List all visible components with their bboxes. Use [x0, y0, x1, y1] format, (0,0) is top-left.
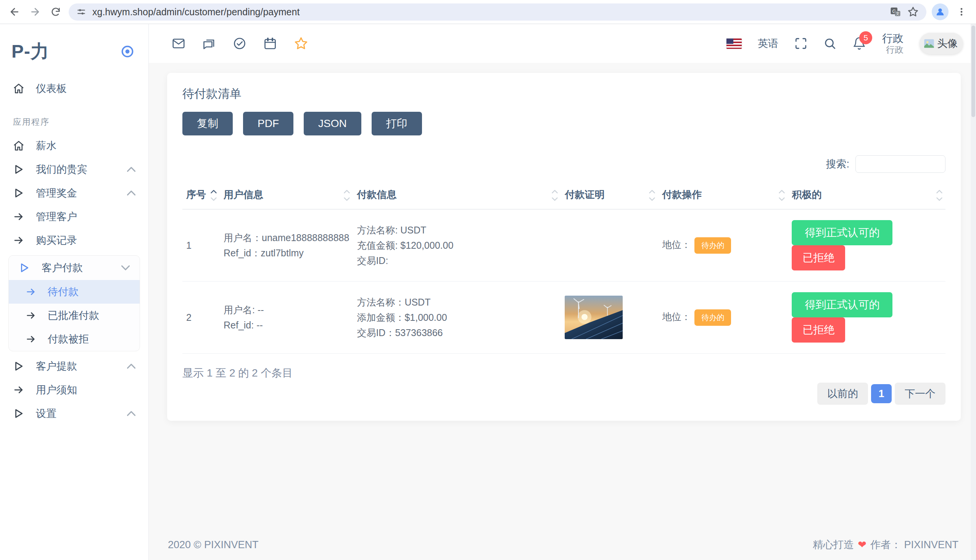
arrow-right-icon [13, 384, 24, 396]
sort-icons [779, 190, 785, 201]
arrow-right-icon [13, 211, 24, 222]
sort-icons [344, 190, 350, 201]
payment-info-cell: 方法名称：USDT 添加金额：$1,000.00 交易ID：537363866 [353, 282, 561, 353]
bookmark-star-icon[interactable] [907, 6, 919, 18]
arrow-right-icon [25, 287, 36, 297]
print-button[interactable]: 打印 [372, 112, 422, 135]
play-icon [13, 360, 24, 372]
notification-count-badge: 5 [859, 31, 872, 44]
chevron-up-icon [127, 167, 135, 172]
chevron-up-icon [127, 190, 135, 196]
home-icon [13, 83, 24, 94]
arrow-right-icon [25, 310, 36, 321]
check-circle-icon[interactable] [233, 37, 247, 50]
play-icon [19, 262, 30, 273]
brand-logo[interactable]: P-力 [12, 39, 49, 64]
avatar-alt-text: 头像 [937, 37, 958, 50]
sidebar-item-dashboard[interactable]: 仪表板 [0, 77, 148, 100]
chevron-up-icon [127, 411, 135, 416]
sidebar: P-力 仪表板 应用程序 薪水 我们的贵宾 [0, 24, 149, 560]
home-icon [13, 140, 24, 152]
site-info-icon[interactable] [76, 7, 86, 17]
address-bar[interactable]: xg.hwym.shop/admin/customer/pending/paym… [69, 3, 926, 21]
pdf-button[interactable]: PDF [243, 112, 294, 135]
next-page-button[interactable]: 下一个 [895, 383, 946, 405]
topbar: 英语 5 行政 行政 头像 [149, 24, 976, 63]
chevron-up-icon [127, 363, 135, 369]
sidebar-item-pending-payment[interactable]: 待付款 [9, 280, 140, 303]
column-header-payment-info[interactable]: 付款信息 [353, 180, 561, 210]
sidebar-group-customer-payment: 客户付款 待付款 已批准付款 付款被 [8, 255, 140, 351]
search-icon[interactable] [823, 37, 836, 50]
play-icon [13, 163, 24, 175]
sidebar-section-apps: 应用程序 [0, 100, 148, 134]
copy-button[interactable]: 复制 [182, 112, 233, 135]
sidebar-item-rejected-payment[interactable]: 付款被拒 [9, 327, 140, 351]
payment-action-cell: 地位：待办的 [658, 282, 788, 353]
user-info-cell: 用户名: -- Ref_id: -- [220, 282, 353, 353]
reload-icon[interactable] [48, 4, 63, 20]
user-info[interactable]: 行政 行政 [882, 32, 904, 55]
row-index: 1 [182, 210, 220, 282]
url-text[interactable]: xg.hwym.shop/admin/customer/pending/paym… [92, 7, 884, 18]
sidebar-item-manage-customer[interactable]: 管理客户 [0, 205, 148, 228]
table-info: 显示 1 至 2 的 2 个条目 [182, 366, 946, 380]
page-title: 待付款清单 [182, 86, 946, 102]
sidebar-item-salary[interactable]: 薪水 [0, 134, 148, 158]
translate-icon[interactable]: G文 [890, 6, 901, 18]
payment-action-cell: 地位：待办的 [658, 210, 788, 282]
user-avatar[interactable]: 头像 [919, 33, 963, 54]
menu-pin-icon[interactable] [120, 44, 135, 59]
user-info-cell: 用户名：uname18888888888 Ref_id：zutl7btlmy [220, 210, 353, 282]
json-button[interactable]: JSON [304, 112, 361, 135]
approve-button[interactable]: 得到正式认可的 [792, 292, 893, 317]
sidebar-item-vip[interactable]: 我们的贵宾 [0, 158, 148, 181]
user-role: 行政 [882, 45, 904, 55]
notifications-bell-icon[interactable]: 5 [853, 37, 866, 50]
browser-menu-icon[interactable] [954, 4, 969, 20]
reject-button[interactable]: 已拒绝 [792, 245, 845, 270]
sidebar-item-bonus[interactable]: 管理奖金 [0, 181, 148, 205]
mail-icon[interactable] [172, 37, 185, 50]
sidebar-item-customer-payment[interactable]: 客户付款 [9, 256, 140, 280]
browser-chrome: xg.hwym.shop/admin/customer/pending/paym… [0, 0, 976, 24]
search-input[interactable] [856, 155, 946, 173]
language-selector[interactable]: 英语 [758, 37, 778, 50]
search-label: 搜索: [826, 157, 849, 171]
column-header-user-info[interactable]: 用户信息 [220, 180, 353, 210]
favorite-star-icon[interactable] [294, 36, 308, 51]
us-flag-icon[interactable] [726, 38, 742, 49]
broken-image-icon [923, 37, 936, 50]
approve-button[interactable]: 得到正式认可的 [792, 220, 893, 245]
forward-icon[interactable] [27, 4, 43, 20]
sidebar-item-approved-payment[interactable]: 已批准付款 [9, 303, 140, 327]
sidebar-item-customer-withdrawal[interactable]: 客户提款 [0, 354, 148, 378]
previous-page-button[interactable]: 以前的 [817, 383, 868, 405]
chevron-down-icon [121, 265, 130, 270]
sidebar-item-settings[interactable]: 设置 [0, 402, 148, 425]
browser-profile-avatar[interactable] [932, 3, 949, 20]
play-icon [13, 408, 24, 419]
sidebar-item-user-notice[interactable]: 用户须知 [0, 378, 148, 402]
column-header-payment-action[interactable]: 付款操作 [658, 180, 788, 210]
column-header-index[interactable]: 序号 [182, 180, 220, 210]
back-icon[interactable] [7, 4, 22, 20]
arrow-right-icon [13, 235, 24, 246]
page-scrollbar[interactable] [971, 24, 976, 560]
chat-icon[interactable] [202, 37, 216, 50]
payment-info-cell: 方法名称: USDT 充值金额: $120,000.00 交易ID: [353, 210, 561, 282]
payment-proof-image[interactable] [565, 296, 623, 339]
column-header-active[interactable]: 积极的 [788, 180, 946, 210]
payment-proof-cell [561, 210, 658, 282]
scrollbar-thumb[interactable] [971, 25, 975, 117]
credits-text: 精心打造❤作者： PIXINVENT [813, 538, 958, 552]
fullscreen-icon[interactable] [794, 37, 807, 50]
current-page-button[interactable]: 1 [871, 384, 892, 403]
active-cell: 得到正式认可的已拒绝 [788, 282, 946, 353]
sidebar-item-purchase-history[interactable]: 购买记录 [0, 228, 148, 252]
reject-button[interactable]: 已拒绝 [792, 317, 845, 343]
calendar-icon[interactable] [263, 37, 277, 50]
column-header-payment-proof[interactable]: 付款证明 [561, 180, 658, 210]
status-badge: 待办的 [694, 309, 731, 326]
status-badge: 待办的 [694, 237, 731, 254]
